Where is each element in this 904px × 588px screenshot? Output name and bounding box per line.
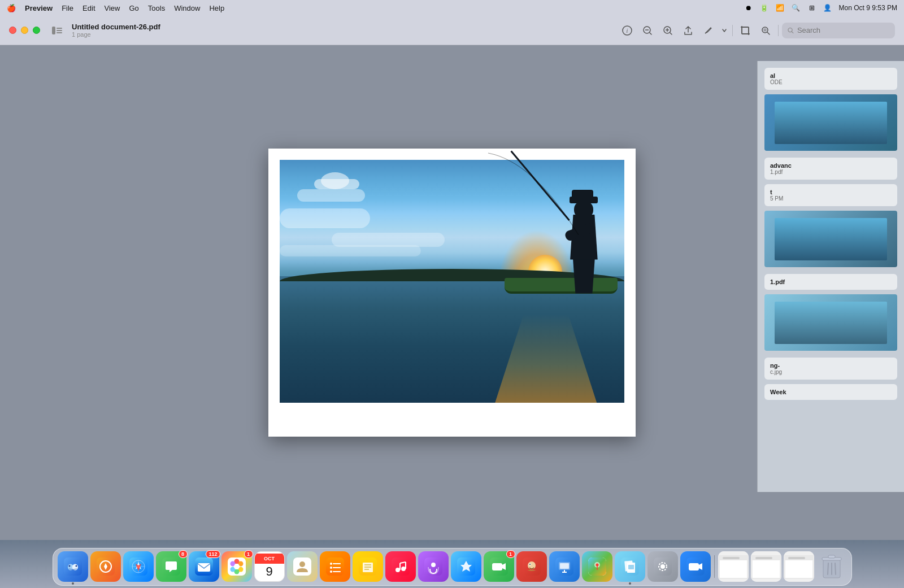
search-menu-icon[interactable]: 🔍 xyxy=(792,3,801,12)
svg-point-58 xyxy=(330,567,332,569)
dock-separator xyxy=(714,555,715,578)
battery-icon: 🔋 xyxy=(760,3,769,12)
panel-item-5[interactable]: ng- c.jpg xyxy=(764,358,897,380)
dock-calendar[interactable]: OCT 9 xyxy=(254,551,285,582)
svg-rect-15 xyxy=(742,27,749,34)
menu-file[interactable]: File xyxy=(62,4,73,12)
zoom-out-button[interactable] xyxy=(638,21,657,40)
close-button[interactable] xyxy=(9,27,16,34)
menu-go[interactable]: Go xyxy=(129,4,138,12)
dock-zoom[interactable] xyxy=(680,551,711,582)
menubar-right: ⏺ 🔋 📶 🔍 ⊞ 👤 Mon Oct 9 9:53 PM xyxy=(744,3,897,12)
toolbar-separator-1 xyxy=(732,25,733,36)
thumbnail-3-inner xyxy=(775,302,888,344)
app-menu-preview[interactable]: Preview xyxy=(25,4,53,12)
panel-item-2[interactable]: advanc 1.pdf xyxy=(764,158,897,180)
crop-button[interactable] xyxy=(736,21,754,40)
dock-mail[interactable]: 112 xyxy=(189,551,219,582)
dock-keynote[interactable] xyxy=(549,551,580,582)
dock-browser-3[interactable] xyxy=(784,551,814,582)
dock-messages[interactable]: 8 xyxy=(156,551,186,582)
dock-settings[interactable] xyxy=(647,551,678,582)
panel-item-1[interactable]: al ODE xyxy=(764,68,897,90)
dock-maps[interactable] xyxy=(582,551,612,582)
svg-point-31 xyxy=(75,565,77,567)
dock: 8 112 1 xyxy=(53,548,852,586)
panel-item-6[interactable]: Week xyxy=(764,384,897,400)
document-view xyxy=(268,149,636,437)
svg-rect-109 xyxy=(755,557,772,559)
share-button[interactable] xyxy=(679,21,697,40)
dock-contacts[interactable] xyxy=(287,551,318,582)
menu-window[interactable]: Window xyxy=(174,4,200,12)
dock-browser-1[interactable] xyxy=(718,551,749,582)
dock-podcasts[interactable] xyxy=(418,551,449,582)
search-input[interactable] xyxy=(797,26,889,34)
photos-badge: 1 xyxy=(244,550,253,558)
find-button[interactable] xyxy=(757,21,775,40)
panel-item-2-subtitle: 1.pdf xyxy=(770,169,892,175)
thumbnail-3[interactable] xyxy=(764,294,897,351)
menu-help[interactable]: Help xyxy=(209,4,224,12)
mail-badge: 112 xyxy=(206,550,220,558)
cloud-5 xyxy=(280,245,421,256)
sidebar-toggle-button[interactable] xyxy=(49,24,65,37)
menu-view[interactable]: View xyxy=(105,4,120,12)
svg-rect-105 xyxy=(723,557,740,559)
dock-notes[interactable] xyxy=(353,551,383,582)
dock-finder[interactable] xyxy=(58,551,88,582)
svg-rect-1 xyxy=(56,28,62,29)
menu-tools[interactable]: Tools xyxy=(148,4,165,12)
zoom-in-button[interactable] xyxy=(659,21,677,40)
control-center-icon[interactable]: ⊞ xyxy=(807,3,816,12)
dock-launchpad[interactable] xyxy=(90,551,121,582)
svg-line-8 xyxy=(650,33,651,34)
panel-item-3[interactable]: t 5 PM xyxy=(764,184,897,206)
toolbar: i xyxy=(618,21,895,40)
document-image xyxy=(280,160,624,403)
svg-line-117 xyxy=(828,563,828,574)
minimize-button[interactable] xyxy=(21,27,28,34)
svg-point-68 xyxy=(395,568,400,572)
traffic-lights xyxy=(9,27,40,34)
preview-dot xyxy=(629,582,631,585)
dock-preview[interactable] xyxy=(615,551,645,582)
thumbnail-2-inner xyxy=(775,218,888,260)
info-button[interactable]: i xyxy=(618,21,636,40)
dock-safari[interactable] xyxy=(123,551,154,582)
svg-point-82 xyxy=(529,564,531,565)
menu-edit[interactable]: Edit xyxy=(82,4,95,12)
thumbnail-2[interactable] xyxy=(764,211,897,267)
svg-rect-43 xyxy=(198,563,210,572)
panel-item-3-subtitle: 5 PM xyxy=(770,195,892,202)
dock-game[interactable] xyxy=(516,551,547,582)
svg-point-80 xyxy=(528,561,536,569)
maximize-button[interactable] xyxy=(33,27,40,34)
document-info: Untitled document-26.pdf 1 page xyxy=(72,23,160,38)
svg-rect-3 xyxy=(56,32,62,33)
document-pages: 1 page xyxy=(72,31,160,38)
dock-facetime[interactable]: 1 xyxy=(484,551,514,582)
svg-rect-100 xyxy=(689,563,699,570)
right-panel: al ODE advanc 1.pdf t 5 PM 1.pdf ng- c.j… xyxy=(757,61,904,492)
toolbar-separator-2 xyxy=(778,25,779,36)
fishing-line-container xyxy=(477,150,590,235)
dock-reminders[interactable] xyxy=(320,551,350,582)
dock-browser-2[interactable] xyxy=(751,551,781,582)
thumbnail-1[interactable] xyxy=(764,94,897,151)
svg-point-24 xyxy=(764,29,766,31)
dock-trash[interactable] xyxy=(816,551,847,582)
screen-record-icon: ⏺ xyxy=(744,3,753,12)
svg-point-60 xyxy=(330,570,332,573)
markup-button[interactable] xyxy=(699,21,718,40)
dock-appstore[interactable] xyxy=(451,551,481,582)
dock-music[interactable] xyxy=(385,551,416,582)
dock-photos[interactable]: 1 xyxy=(221,551,252,582)
apple-menu[interactable]: 🍎 xyxy=(7,4,16,12)
panel-item-5-title: ng- xyxy=(770,362,892,369)
panel-item-6-title: Week xyxy=(770,389,892,395)
search-box[interactable] xyxy=(782,23,895,38)
svg-rect-113 xyxy=(788,557,805,559)
panel-item-4[interactable]: 1.pdf xyxy=(764,274,897,290)
markup-chevron[interactable] xyxy=(720,21,729,40)
